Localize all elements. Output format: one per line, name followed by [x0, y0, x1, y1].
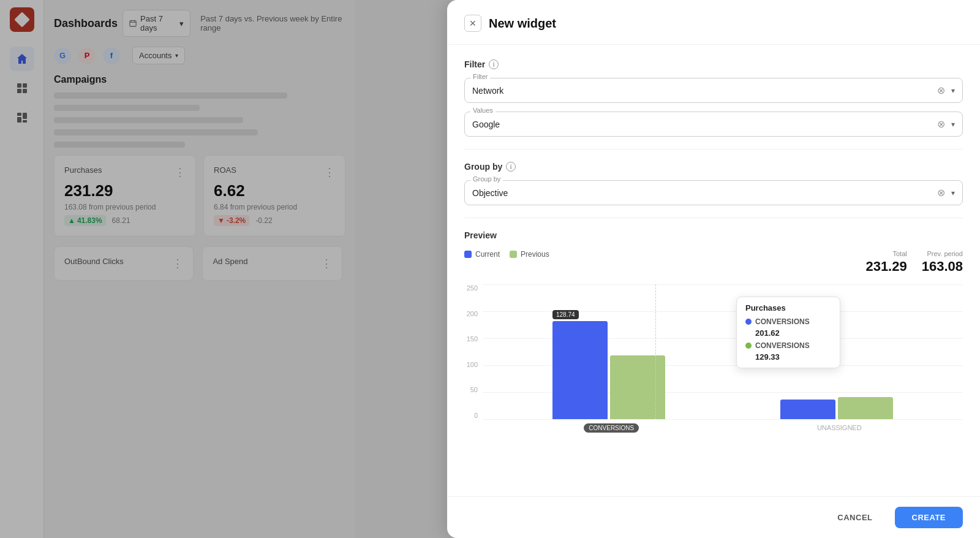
group-by-field-label: Group by — [470, 175, 503, 183]
bar-conversions-current — [552, 321, 608, 419]
filter-select-field[interactable]: Filter Network ⊗ ▾ — [464, 78, 963, 103]
section-divider-1 — [464, 149, 963, 150]
tooltip-row-previous: CONVERSIONS — [745, 341, 831, 350]
filter-section: Filter i Filter Network ⊗ ▾ — [464, 59, 963, 137]
y-label-150: 150 — [464, 335, 478, 343]
total-value: 231.29 — [865, 259, 907, 275]
chart-header-row: Current Previous Total 231.29 — [464, 250, 963, 275]
filter-select-box[interactable]: Network ⊗ ▾ — [464, 78, 963, 103]
y-label-100: 100 — [464, 361, 478, 368]
prev-period-col: Prev. period 163.08 — [922, 250, 963, 275]
y-label-0: 0 — [464, 412, 478, 419]
chart-container: 250 200 150 100 50 0 — [464, 284, 963, 431]
group-by-section: Group by i Group by Objective ⊗ ▾ — [464, 162, 963, 205]
tooltip-dot-current — [745, 319, 752, 325]
tooltip-previous-label: CONVERSIONS — [755, 341, 810, 350]
modal-header: ✕ New widget — [447, 0, 980, 45]
values-select-field[interactable]: Values Google ⊗ ▾ — [464, 112, 963, 137]
preview-title: Preview — [464, 230, 963, 240]
group-by-chevron-icon: ▾ — [951, 189, 955, 197]
legend-current-label: Current — [475, 250, 500, 259]
filter-chevron-icon: ▾ — [951, 86, 955, 95]
modal-body: Filter i Filter Network ⊗ ▾ — [447, 45, 980, 496]
y-label-50: 50 — [464, 386, 478, 393]
tooltip-title: Purchases — [745, 303, 831, 313]
legend-previous-dot — [510, 251, 517, 258]
preview-section: Preview Current Previous — [464, 230, 963, 431]
group-by-info-icon[interactable]: i — [506, 162, 516, 172]
bar-group-unassigned — [780, 397, 893, 419]
legend-previous-label: Previous — [521, 250, 549, 259]
bar-unassigned-previous — [838, 397, 893, 419]
values-select-box[interactable]: Google ⊗ ▾ — [464, 112, 963, 137]
grid-line-bottom — [483, 419, 963, 420]
cancel-button[interactable]: CANCEL — [823, 507, 887, 528]
values-chevron-icon: ▾ — [951, 120, 955, 129]
y-label-250: 250 — [464, 284, 478, 292]
modal-overlay: ✕ New widget Filter i Filter Network — [0, 0, 980, 538]
x-label-conversions: CONVERSIONS — [584, 424, 639, 431]
chart-legend: Current Previous — [464, 250, 549, 259]
prev-period-value: 163.08 — [922, 259, 963, 275]
tooltip-dot-previous — [745, 343, 752, 349]
legend-previous: Previous — [510, 250, 549, 259]
chart-tooltip: Purchases CONVERSIONS 201.62 CONVERSIONS… — [736, 297, 840, 368]
filter-field-label: Filter — [470, 73, 490, 80]
prev-period-label: Prev. period — [922, 250, 963, 257]
chart-bars-area: 128.74 — [483, 284, 963, 431]
tooltip-current-value: 201.62 — [755, 328, 831, 338]
filter-value: Network — [472, 86, 503, 96]
group-by-section-label: Group by i — [464, 162, 963, 172]
group-by-clear-icon[interactable]: ⊗ — [937, 187, 945, 199]
tooltip-row-current: CONVERSIONS — [745, 317, 831, 326]
values-value: Google — [472, 119, 500, 129]
create-button[interactable]: CREATE — [895, 507, 963, 528]
dashed-line-indicator — [655, 284, 656, 419]
filter-section-label: Filter i — [464, 59, 963, 69]
section-divider-2 — [464, 218, 963, 218]
total-label: Total — [865, 250, 907, 257]
filter-info-icon[interactable]: i — [489, 59, 499, 69]
chart-totals: Total 231.29 Prev. period 163.08 — [865, 250, 963, 275]
legend-current-dot — [464, 251, 472, 258]
chart-y-axis: 250 200 150 100 50 0 — [464, 284, 483, 431]
values-field-label: Values — [470, 107, 496, 114]
bar-group-conversions: 128.74 — [552, 321, 665, 419]
new-widget-modal: ✕ New widget Filter i Filter Network — [447, 0, 980, 538]
close-icon: ✕ — [469, 18, 477, 28]
legend-current: Current — [464, 250, 500, 259]
bar-unassigned-current — [780, 400, 835, 419]
tooltip-previous-value: 129.33 — [755, 352, 831, 362]
group-by-select-field[interactable]: Group by Objective ⊗ ▾ — [464, 180, 963, 205]
modal-close-button[interactable]: ✕ — [464, 15, 481, 32]
bars-container: 128.74 — [483, 284, 963, 419]
tooltip-current-label: CONVERSIONS — [755, 317, 810, 326]
chart-x-labels: CONVERSIONS UNASSIGNED — [483, 424, 963, 431]
bar-highlight-label: 128.74 — [552, 310, 579, 319]
x-label-unassigned: UNASSIGNED — [817, 424, 862, 431]
y-label-200: 200 — [464, 310, 478, 317]
modal-title: New widget — [489, 17, 556, 31]
x-label-unassigned-text: UNASSIGNED — [817, 424, 862, 431]
group-by-select-box[interactable]: Objective ⊗ ▾ — [464, 180, 963, 205]
modal-footer: CANCEL CREATE — [447, 496, 980, 538]
group-by-value: Objective — [472, 188, 508, 198]
values-clear-icon[interactable]: ⊗ — [937, 118, 945, 130]
total-col: Total 231.29 — [865, 250, 907, 275]
filter-clear-icon[interactable]: ⊗ — [937, 85, 945, 96]
x-label-conversions-pill: CONVERSIONS — [584, 423, 639, 433]
bar-conversions-previous — [610, 355, 665, 419]
